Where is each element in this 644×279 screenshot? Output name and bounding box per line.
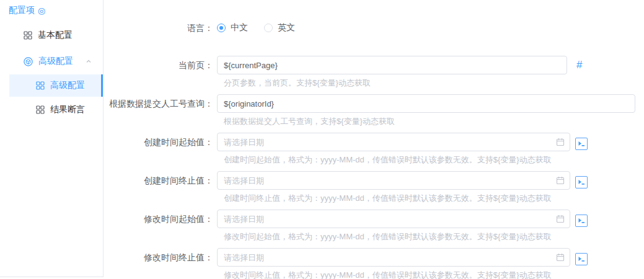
- create-start-input[interactable]: [217, 133, 570, 151]
- radio-circle: [264, 24, 273, 32]
- config-menu: 基本配置 高级配置 高级配置: [0, 22, 103, 123]
- terminal-icon: [578, 217, 585, 224]
- sidebar-item-basic-config[interactable]: 基本配置: [0, 22, 103, 48]
- field-hint: 创建时间终止值，格式为：yyyy-MM-dd，传值错误时默认该参数无效。支持${…: [224, 194, 588, 203]
- config-page: 配置项 ◎ 基本配置 高级配置: [0, 0, 644, 279]
- sidebar-item-label: 高级配置: [50, 80, 85, 91]
- modify-end-input[interactable]: [217, 248, 570, 267]
- create-end-row: 创建时间终止值： 创建时间终止值，格式为：yyyy-MM: [104, 171, 644, 203]
- radio-chinese[interactable]: 中文: [217, 22, 248, 33]
- modify-end-date-picker: [217, 248, 570, 267]
- radio-english[interactable]: 英文: [264, 22, 295, 33]
- language-label: 语言：: [104, 22, 213, 34]
- modify-start-date-picker: [217, 210, 570, 228]
- dynamic-value-button[interactable]: [575, 215, 588, 227]
- config-form: 语言： 中文 英文 当前页：: [104, 0, 644, 279]
- sidebar-item-label: 基本配置: [38, 30, 73, 41]
- hash-icon[interactable]: #: [576, 56, 582, 74]
- sidebar-title: 配置项 ◎: [0, 0, 103, 16]
- modify-start-input[interactable]: [217, 210, 570, 228]
- grid-icon: [24, 31, 32, 40]
- originator-query-label: 根据数据提交人工号查询：: [104, 94, 213, 113]
- field-hint: 修改时间终止值，格式为：yyyy-MM-dd，传值错误时默认该参数无效。支持${…: [224, 271, 588, 279]
- grid-icon: [36, 105, 45, 114]
- originator-query-input[interactable]: [217, 94, 635, 113]
- current-page-label: 当前页：: [104, 56, 213, 74]
- cube-icon: [24, 57, 33, 66]
- calendar-icon[interactable]: [556, 176, 565, 185]
- create-end-input[interactable]: [217, 171, 570, 190]
- field-hint: 分页参数，当前页。支持${变量}动态获取: [224, 79, 582, 87]
- current-page-input[interactable]: [217, 56, 567, 74]
- language-row: 语言： 中文 英文: [104, 22, 644, 34]
- sidebar-item-label: 结果断言: [50, 104, 85, 115]
- field-hint: 修改时间起始值，格式为：yyyy-MM-dd，传值错误时默认该参数无效。支持${…: [224, 232, 588, 241]
- modify-start-row: 修改时间起始值： 修改时间起始值，格式为：yyyy-MM: [104, 210, 644, 241]
- sidebar-item-label: 高级配置: [38, 56, 73, 67]
- language-radio-group: 中文 英文: [217, 22, 311, 33]
- field-hint: 创建时间起始值，格式为：yyyy-MM-dd，传值错误时默认该参数无效。支持${…: [224, 156, 588, 164]
- create-end-date-picker: [217, 171, 570, 190]
- calendar-icon[interactable]: [556, 215, 565, 223]
- radio-circle: [217, 24, 226, 32]
- calendar-icon[interactable]: [556, 253, 565, 262]
- originator-query-row: 根据数据提交人工号查询： 根据数据提交人工号查询，支持${变量}动态获取: [104, 94, 644, 126]
- create-start-date-picker: [217, 133, 570, 151]
- terminal-icon: [578, 140, 585, 148]
- modify-start-label: 修改时间起始值：: [104, 210, 213, 228]
- calendar-icon[interactable]: [556, 138, 565, 146]
- radio-label: 中文: [231, 22, 248, 33]
- field-hint: 根据数据提交人工号查询，支持${变量}动态获取: [224, 117, 635, 126]
- modify-end-row: 修改时间终止值： 修改时间终止值，格式为：yyyy-MM: [104, 248, 644, 279]
- sidebar-item-result-assertion[interactable]: 结果断言: [0, 97, 103, 123]
- sidebar-item-advanced-config-parent[interactable]: 高级配置: [0, 48, 103, 74]
- sidebar-title-text: 配置项: [9, 5, 35, 16]
- radio-label: 英文: [278, 22, 295, 33]
- create-start-row: 创建时间起始值： 创建时间起始值，格式为：yyyy-MM: [104, 133, 644, 164]
- dynamic-value-button[interactable]: [575, 253, 588, 265]
- create-end-label: 创建时间终止值：: [104, 171, 213, 190]
- grid-icon: [36, 81, 45, 90]
- config-sidebar: 配置项 ◎ 基本配置 高级配置: [0, 0, 104, 277]
- chevron-up-icon[interactable]: [86, 58, 92, 64]
- sidebar-item-advanced-config[interactable]: 高级配置: [9, 74, 103, 97]
- settings-icon[interactable]: ◎: [38, 6, 45, 15]
- modify-end-label: 修改时间终止值：: [104, 248, 213, 267]
- dynamic-value-button[interactable]: [575, 138, 588, 150]
- create-start-label: 创建时间起始值：: [104, 133, 213, 151]
- terminal-icon: [578, 179, 585, 186]
- terminal-icon: [578, 255, 585, 263]
- current-page-row: 当前页： # 分页参数，当前页。支持${变量}动态获取: [104, 56, 644, 87]
- dynamic-value-button[interactable]: [575, 176, 588, 188]
